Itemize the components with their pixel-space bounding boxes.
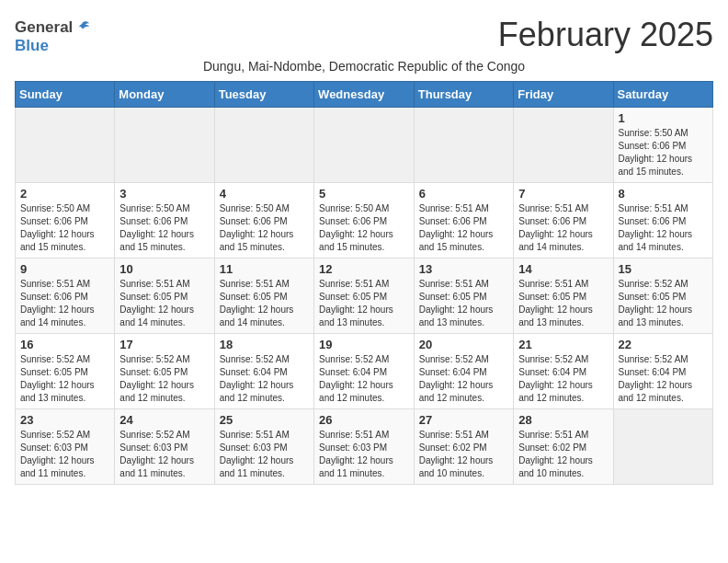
day-number: 22 <box>619 338 709 351</box>
column-header-friday: Friday <box>514 82 613 108</box>
day-number: 11 <box>220 262 309 276</box>
day-number: 9 <box>20 262 109 276</box>
day-number: 1 <box>619 111 709 125</box>
day-info: Sunrise: 5:51 AM Sunset: 6:02 PM Dayligh… <box>518 429 608 480</box>
title-area: February 2025 <box>498 15 713 54</box>
month-year: February 2025 <box>498 15 713 54</box>
day-info: Sunrise: 5:50 AM Sunset: 6:06 PM Dayligh… <box>20 202 109 254</box>
logo-bird-icon <box>74 19 91 36</box>
day-info: Sunrise: 5:51 AM Sunset: 6:06 PM Dayligh… <box>619 202 709 254</box>
day-info: Sunrise: 5:52 AM Sunset: 6:05 PM Dayligh… <box>119 353 209 405</box>
calendar-cell: 3Sunrise: 5:50 AM Sunset: 6:06 PM Daylig… <box>115 183 214 259</box>
day-info: Sunrise: 5:50 AM Sunset: 6:06 PM Dayligh… <box>619 127 709 178</box>
logo: General Blue <box>15 18 91 55</box>
subtitle: Dungu, Mai-Ndombe, Democratic Republic o… <box>15 59 713 74</box>
day-number: 8 <box>619 187 709 201</box>
day-info: Sunrise: 5:50 AM Sunset: 6:06 PM Dayligh… <box>220 202 309 254</box>
column-header-monday: Monday <box>115 82 214 108</box>
column-header-wednesday: Wednesday <box>314 82 415 108</box>
day-number: 5 <box>319 187 409 201</box>
calendar-cell: 18Sunrise: 5:52 AM Sunset: 6:04 PM Dayli… <box>214 334 313 409</box>
calendar-cell <box>214 108 313 183</box>
day-number: 13 <box>419 262 508 276</box>
day-number: 16 <box>20 338 109 351</box>
day-number: 26 <box>319 413 409 427</box>
calendar-cell: 19Sunrise: 5:52 AM Sunset: 6:04 PM Dayli… <box>314 334 415 409</box>
day-info: Sunrise: 5:52 AM Sunset: 6:03 PM Dayligh… <box>20 429 109 480</box>
calendar-cell: 2Sunrise: 5:50 AM Sunset: 6:06 PM Daylig… <box>16 183 115 259</box>
calendar-cell: 15Sunrise: 5:52 AM Sunset: 6:05 PM Dayli… <box>613 259 713 334</box>
day-number: 10 <box>119 262 209 276</box>
day-info: Sunrise: 5:52 AM Sunset: 6:05 PM Dayligh… <box>20 353 109 405</box>
calendar-cell: 28Sunrise: 5:51 AM Sunset: 6:02 PM Dayli… <box>514 409 613 485</box>
calendar-cell <box>115 108 214 183</box>
calendar-cell <box>514 108 613 183</box>
calendar-cell <box>414 108 513 183</box>
day-number: 28 <box>518 413 608 427</box>
calendar-cell: 10Sunrise: 5:51 AM Sunset: 6:05 PM Dayli… <box>115 259 214 334</box>
calendar-week-row: 2Sunrise: 5:50 AM Sunset: 6:06 PM Daylig… <box>16 183 713 259</box>
calendar-cell: 5Sunrise: 5:50 AM Sunset: 6:06 PM Daylig… <box>314 183 415 259</box>
day-info: Sunrise: 5:52 AM Sunset: 6:04 PM Dayligh… <box>518 353 608 405</box>
calendar-cell: 16Sunrise: 5:52 AM Sunset: 6:05 PM Dayli… <box>16 334 115 409</box>
calendar-cell: 20Sunrise: 5:52 AM Sunset: 6:04 PM Dayli… <box>414 334 513 409</box>
calendar-cell: 27Sunrise: 5:51 AM Sunset: 6:02 PM Dayli… <box>414 409 513 485</box>
calendar-cell: 6Sunrise: 5:51 AM Sunset: 6:06 PM Daylig… <box>414 183 513 259</box>
day-info: Sunrise: 5:50 AM Sunset: 6:06 PM Dayligh… <box>119 202 209 254</box>
calendar-cell <box>613 409 713 485</box>
calendar-cell: 11Sunrise: 5:51 AM Sunset: 6:05 PM Dayli… <box>214 259 313 334</box>
day-number: 4 <box>220 187 309 201</box>
day-number: 14 <box>518 262 608 276</box>
calendar-cell: 1Sunrise: 5:50 AM Sunset: 6:06 PM Daylig… <box>613 108 713 183</box>
day-info: Sunrise: 5:51 AM Sunset: 6:06 PM Dayligh… <box>20 278 109 329</box>
day-number: 17 <box>119 338 209 351</box>
day-number: 2 <box>20 187 109 201</box>
logo-general: General <box>15 18 73 37</box>
calendar-table: SundayMondayTuesdayWednesdayThursdayFrid… <box>15 81 713 485</box>
day-info: Sunrise: 5:52 AM Sunset: 6:04 PM Dayligh… <box>220 353 309 405</box>
day-number: 6 <box>419 187 508 201</box>
calendar-header-row: SundayMondayTuesdayWednesdayThursdayFrid… <box>16 82 713 108</box>
day-number: 20 <box>419 338 508 351</box>
day-info: Sunrise: 5:50 AM Sunset: 6:06 PM Dayligh… <box>319 202 409 254</box>
day-info: Sunrise: 5:52 AM Sunset: 6:04 PM Dayligh… <box>319 353 409 405</box>
calendar-cell: 9Sunrise: 5:51 AM Sunset: 6:06 PM Daylig… <box>16 259 115 334</box>
column-header-thursday: Thursday <box>414 82 513 108</box>
day-info: Sunrise: 5:52 AM Sunset: 6:03 PM Dayligh… <box>119 429 209 480</box>
day-number: 15 <box>619 262 709 276</box>
calendar-cell: 22Sunrise: 5:52 AM Sunset: 6:04 PM Dayli… <box>613 334 713 409</box>
calendar-cell: 14Sunrise: 5:51 AM Sunset: 6:05 PM Dayli… <box>514 259 613 334</box>
day-info: Sunrise: 5:51 AM Sunset: 6:05 PM Dayligh… <box>419 278 508 329</box>
calendar-cell <box>314 108 415 183</box>
calendar-week-row: 23Sunrise: 5:52 AM Sunset: 6:03 PM Dayli… <box>16 409 713 485</box>
calendar-cell: 8Sunrise: 5:51 AM Sunset: 6:06 PM Daylig… <box>613 183 713 259</box>
calendar-cell: 24Sunrise: 5:52 AM Sunset: 6:03 PM Dayli… <box>115 409 214 485</box>
column-header-saturday: Saturday <box>613 82 713 108</box>
day-info: Sunrise: 5:51 AM Sunset: 6:05 PM Dayligh… <box>319 278 409 329</box>
day-number: 27 <box>419 413 508 427</box>
day-number: 12 <box>319 262 409 276</box>
column-header-sunday: Sunday <box>16 82 115 108</box>
day-info: Sunrise: 5:51 AM Sunset: 6:02 PM Dayligh… <box>419 429 508 480</box>
calendar-cell: 26Sunrise: 5:51 AM Sunset: 6:03 PM Dayli… <box>314 409 415 485</box>
day-info: Sunrise: 5:51 AM Sunset: 6:03 PM Dayligh… <box>319 429 409 480</box>
calendar-cell: 17Sunrise: 5:52 AM Sunset: 6:05 PM Dayli… <box>115 334 214 409</box>
day-info: Sunrise: 5:52 AM Sunset: 6:04 PM Dayligh… <box>419 353 508 405</box>
day-info: Sunrise: 5:52 AM Sunset: 6:04 PM Dayligh… <box>619 353 709 405</box>
day-number: 19 <box>319 338 409 351</box>
calendar-cell: 7Sunrise: 5:51 AM Sunset: 6:06 PM Daylig… <box>514 183 613 259</box>
calendar-cell: 4Sunrise: 5:50 AM Sunset: 6:06 PM Daylig… <box>214 183 313 259</box>
header: General Blue February 2025 <box>15 15 713 55</box>
calendar-week-row: 9Sunrise: 5:51 AM Sunset: 6:06 PM Daylig… <box>16 259 713 334</box>
day-number: 24 <box>119 413 209 427</box>
day-info: Sunrise: 5:51 AM Sunset: 6:05 PM Dayligh… <box>220 278 309 329</box>
day-number: 23 <box>20 413 109 427</box>
day-info: Sunrise: 5:51 AM Sunset: 6:06 PM Dayligh… <box>518 202 608 254</box>
calendar-week-row: 16Sunrise: 5:52 AM Sunset: 6:05 PM Dayli… <box>16 334 713 409</box>
day-number: 18 <box>220 338 309 351</box>
logo-blue: Blue <box>15 37 49 54</box>
day-info: Sunrise: 5:51 AM Sunset: 6:03 PM Dayligh… <box>220 429 309 480</box>
day-info: Sunrise: 5:51 AM Sunset: 6:05 PM Dayligh… <box>119 278 209 329</box>
day-info: Sunrise: 5:52 AM Sunset: 6:05 PM Dayligh… <box>619 278 709 329</box>
calendar-cell <box>16 108 115 183</box>
